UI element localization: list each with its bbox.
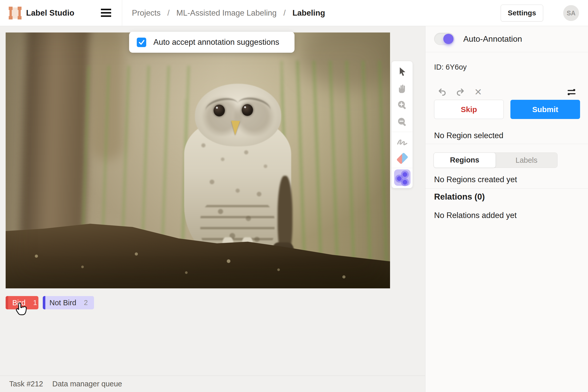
redo-button[interactable] [455,86,466,98]
relations-title: Relations (0) [434,192,485,202]
undo-button[interactable] [437,86,448,98]
breadcrumb-separator: / [284,8,286,17]
app-title: Label Studio [26,0,74,26]
annotation-id: ID: 6Y6oy [434,63,467,71]
auto-accept-banner: Auto accept annotation suggestions [129,32,295,53]
reset-annotation-button[interactable]: ✕ [472,86,484,98]
zoom-out-icon [397,117,408,128]
label-name: Bird [12,299,26,307]
brush-tool-button[interactable] [392,133,413,150]
tool-palette [391,61,413,188]
label-not-bird-button[interactable]: Not Bird 2 [43,296,94,309]
sliders-icon [566,87,576,97]
hamburger-menu-icon[interactable] [100,8,112,18]
magic-wand-tool-button[interactable] [392,169,413,186]
auto-annotation-toggle[interactable] [434,33,455,45]
auto-annotation-row: Auto-Annotation [425,26,588,52]
zoom-in-icon [397,100,408,111]
label-color-stripe [43,296,45,309]
task-id: Task #212 [9,380,43,388]
magic-wand-icon [394,169,411,186]
region-status-text: No Region selected [434,131,503,140]
breadcrumb: Projects / ML-Assisted Image Labeling / … [132,0,325,26]
label-studio-logo-icon [9,7,21,19]
breadcrumb-projects[interactable]: Projects [132,8,161,17]
task-status-bar: Task #212 Data manager queue [0,376,425,392]
task-actions: Skip Submit [425,100,588,119]
view-settings-button[interactable] [566,86,577,98]
tab-regions[interactable]: Regions [434,153,496,168]
label-hotkey: 1 [33,299,37,307]
zoom-out-tool-button[interactable] [392,114,413,131]
sidebar-divider [425,52,588,52]
header-divider [122,0,122,26]
sidebar-divider [425,188,588,189]
hand-icon [397,83,408,94]
pointer-tool-button[interactable] [392,63,413,80]
label-bird-button[interactable]: Bird 1 [6,296,38,309]
auto-accept-label: Auto accept annotation suggestions [153,38,279,47]
labels-row: Bird 1 Not Bird 2 [6,296,94,309]
regions-labels-tabs: Regions Labels [434,153,558,168]
undo-icon [438,88,447,97]
skip-button[interactable]: Skip [434,100,504,119]
eraser-tool-button[interactable] [392,150,413,167]
avatar[interactable]: SA [563,5,579,21]
sidebar-divider [425,144,588,144]
pan-tool-button[interactable] [392,80,413,97]
breadcrumb-labeling: Labeling [292,8,325,17]
checkmark-icon [138,39,145,46]
regions-empty-text: No Regions created yet [434,175,517,184]
zoom-in-tool-button[interactable] [392,97,413,114]
redo-icon [456,88,465,97]
settings-button[interactable]: Settings [501,5,543,21]
label-hotkey: 2 [84,299,88,307]
history-controls: ✕ [425,86,588,98]
labeling-workspace: Auto accept annotation suggestions Bird … [0,26,425,392]
relations-empty-text: No Relations added yet [434,211,517,220]
breadcrumb-project-name[interactable]: ML-Assisted Image Labeling [176,8,277,17]
toggle-knob [443,34,454,44]
pointer-icon [397,67,407,77]
auto-accept-checkbox[interactable] [137,38,146,47]
breadcrumb-separator: / [167,8,170,17]
submit-button[interactable]: Submit [510,100,580,119]
eraser-icon [396,153,408,165]
label-color-stripe [6,296,8,309]
queue-name: Data manager queue [52,380,122,388]
brush-icon [396,136,408,147]
task-image-canvas[interactable] [6,32,390,288]
toolbar-divider [392,168,413,168]
toolbar-divider [392,132,413,132]
tab-labels[interactable]: Labels [496,153,558,168]
annotation-sidebar: Auto-Annotation ID: 6Y6oy ✕ [425,26,588,392]
auto-annotation-label: Auto-Annotation [463,26,522,52]
top-bar: Label Studio Projects / ML-Assisted Imag… [0,0,588,26]
label-studio-app: Label Studio Projects / ML-Assisted Imag… [0,0,588,392]
label-name: Not Bird [49,299,76,307]
